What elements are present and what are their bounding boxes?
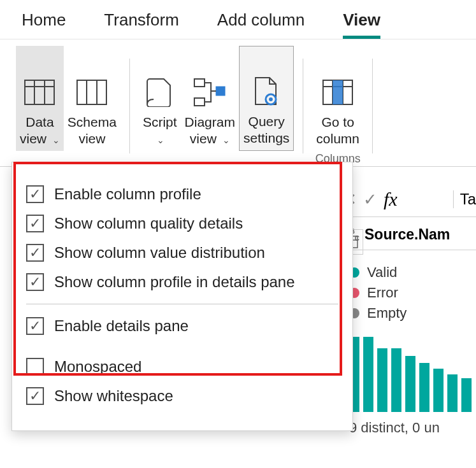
diagram-view-button[interactable]: Diagramview ⌄ xyxy=(181,46,239,151)
column-quality: Valid Error Empty xyxy=(338,250,476,332)
table-icon xyxy=(24,74,55,110)
quality-label: Empty xyxy=(367,305,407,322)
option-label: Enable details pane xyxy=(54,317,189,335)
checkbox-icon: ✓ xyxy=(26,273,44,291)
data-view-label2: view xyxy=(20,131,47,146)
qs-label2: settings xyxy=(243,131,289,145)
goto-label2: column xyxy=(316,131,359,146)
option-label: Show column value distribution xyxy=(54,244,265,262)
chevron-down-icon: ⌄ xyxy=(52,135,60,145)
dropdown-separator xyxy=(26,304,338,304)
quality-label: Error xyxy=(367,285,398,301)
distinct-count: 9 distinct, 0 un xyxy=(338,415,476,436)
ribbon-divider xyxy=(303,59,303,153)
svg-rect-9 xyxy=(216,87,225,96)
svg-rect-8 xyxy=(194,98,205,106)
bar xyxy=(461,378,472,412)
quality-label: Valid xyxy=(367,264,397,281)
option-label: Enable column profile xyxy=(54,185,201,203)
ribbon-group-view: Dataview ⌄ Schemaview xyxy=(16,46,120,166)
bar xyxy=(377,348,387,412)
option-enable-column-profile[interactable]: ✓ Enable column profile xyxy=(26,181,338,207)
data-view-label1: Data xyxy=(25,115,54,129)
chevron-down-icon: ⌄ xyxy=(157,135,164,145)
chevron-down-icon: ⌄ xyxy=(222,135,230,145)
goto-column-icon xyxy=(322,74,353,110)
value-distribution-chart xyxy=(338,332,476,415)
svg-rect-0 xyxy=(25,80,54,104)
formula-bar[interactable]: ✕ ✓ fx Ta xyxy=(338,185,476,217)
query-settings-button[interactable]: Querysettings xyxy=(239,46,294,151)
quality-valid: Valid xyxy=(349,264,476,281)
diagram-icon xyxy=(193,74,226,110)
svg-rect-4 xyxy=(77,80,106,104)
schema-view-label2: view xyxy=(78,131,105,146)
svg-rect-16 xyxy=(333,80,343,104)
ribbon-divider xyxy=(372,59,373,153)
tab-transform[interactable]: Transform xyxy=(104,6,179,39)
confirm-icon[interactable]: ✓ xyxy=(363,190,377,209)
checkbox-icon: ✓ xyxy=(26,387,44,405)
checkbox-icon: ✓ xyxy=(26,244,44,262)
script-label: Script xyxy=(143,115,177,129)
bar xyxy=(363,337,373,412)
checkbox-icon: ✓ xyxy=(26,215,44,232)
checkbox-icon xyxy=(26,358,44,376)
data-view-button[interactable]: Dataview ⌄ xyxy=(16,46,64,151)
goto-label1: Go to xyxy=(321,115,354,129)
option-label: Show whitespace xyxy=(54,387,173,405)
data-view-dropdown: ✓ Enable column profile ✓ Show column qu… xyxy=(11,162,353,431)
option-show-whitespace[interactable]: ✓ Show whitespace xyxy=(26,383,338,409)
content-area: ✕ ✓ fx Ta ABC Source.Nam Valid Error Emp… xyxy=(338,185,476,436)
schema-view-label1: Schema xyxy=(68,115,117,129)
option-show-column-quality[interactable]: ✓ Show column quality details xyxy=(26,211,338,236)
column-name: Source.Nam xyxy=(364,226,450,243)
checkbox-icon: ✓ xyxy=(26,185,44,203)
tab-home[interactable]: Home xyxy=(22,6,66,39)
option-label: Show column profile in details pane xyxy=(54,273,295,291)
option-enable-details-pane[interactable]: ✓ Enable details pane xyxy=(26,313,338,339)
doc-gear-icon xyxy=(252,74,281,110)
quality-empty: Empty xyxy=(349,305,476,322)
tab-add-column[interactable]: Add column xyxy=(217,6,305,39)
bar xyxy=(405,356,415,413)
script-button[interactable]: Script⌄ xyxy=(139,46,181,151)
ribbon-group-columns: Go tocolumn Columns xyxy=(312,46,363,166)
bar xyxy=(391,348,401,412)
option-monospaced[interactable]: Monospaced xyxy=(26,354,338,379)
option-label: Monospaced xyxy=(54,358,141,376)
option-label: Show column quality details xyxy=(54,215,243,232)
bar xyxy=(447,374,458,412)
quality-error: Error xyxy=(349,285,476,301)
bar xyxy=(419,363,429,412)
bar xyxy=(433,369,444,412)
fx-icon[interactable]: fx xyxy=(384,188,398,210)
formula-cell: Ta xyxy=(453,190,476,208)
ribbon: Dataview ⌄ Schemaview Script⌄ xyxy=(0,39,476,167)
go-to-column-button[interactable]: Go tocolumn xyxy=(312,46,363,151)
option-show-value-distribution[interactable]: ✓ Show column value distribution xyxy=(26,240,338,266)
qs-label1: Query xyxy=(249,114,285,129)
script-icon xyxy=(146,74,174,110)
diagram-label1: Diagram xyxy=(185,115,235,129)
ribbon-tabs: Home Transform Add column View xyxy=(0,0,476,39)
diagram-label2: view xyxy=(190,131,217,146)
option-show-profile-details-pane[interactable]: ✓ Show column profile in details pane xyxy=(26,269,338,295)
checkbox-icon: ✓ xyxy=(26,317,44,335)
ribbon-group-tools: Script⌄ Diagramview ⌄ Querysettings xyxy=(139,46,294,166)
columns-icon xyxy=(76,74,107,110)
svg-rect-7 xyxy=(194,79,205,87)
schema-view-button[interactable]: Schemaview xyxy=(64,46,120,151)
svg-point-11 xyxy=(269,97,273,101)
tab-view[interactable]: View xyxy=(343,6,380,39)
ribbon-divider xyxy=(129,59,130,153)
